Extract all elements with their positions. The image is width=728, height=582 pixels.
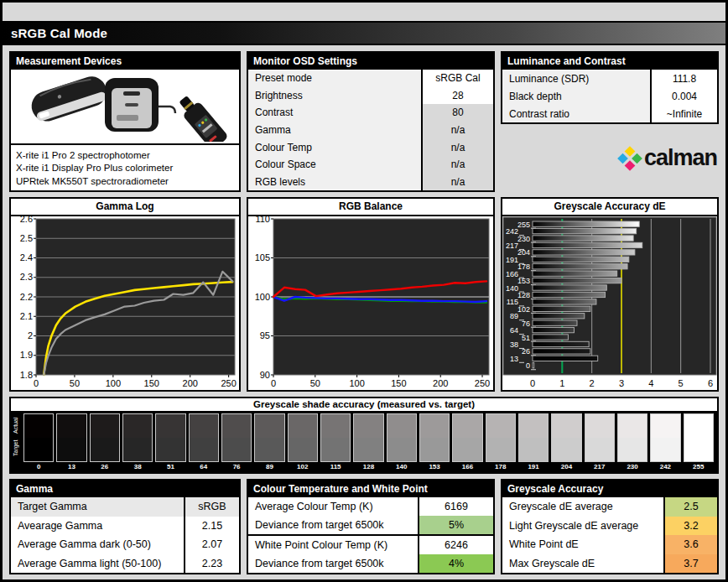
shade-swatch-242 <box>650 413 680 462</box>
svg-text:5: 5 <box>679 378 684 388</box>
shade-value: 153 <box>419 462 450 471</box>
actual-shade <box>684 414 713 438</box>
greyscale-accuracy-table: Greyscale dE average2.5 Light Greyscale … <box>502 497 717 573</box>
target-shade <box>354 438 382 461</box>
target-shade <box>684 438 713 461</box>
shade-swatch-230 <box>617 413 647 462</box>
greyscale-accuracy-summary-panel: Greyscale Accuracy Greyscale dE average2… <box>501 479 719 574</box>
shade-swatch-204 <box>551 413 581 462</box>
colour-temp-panel: Colour Temperature and White Point Avera… <box>247 479 495 574</box>
svg-text:76: 76 <box>522 320 530 328</box>
calman-logo: calman <box>501 124 719 192</box>
device-photos-illustration <box>18 71 232 142</box>
svg-text:2: 2 <box>590 378 595 388</box>
de-bar-178 <box>533 264 627 269</box>
device-list-item: X-rite i1 Display Pro Plus colorimeter <box>16 163 234 173</box>
target-shade <box>222 438 251 461</box>
shade-swatch-64 <box>189 413 219 462</box>
gamma-log-chart: 1.81.922.12.22.32.42.52.6050100150200250 <box>11 216 239 390</box>
target-shade <box>618 438 647 461</box>
svg-text:204: 204 <box>517 248 530 257</box>
osd-table: Preset modesRGB Cal Brightness28 Contras… <box>248 70 493 190</box>
svg-text:128: 128 <box>517 291 530 299</box>
top-margin <box>3 3 725 21</box>
actual-shade <box>354 414 382 438</box>
actual-shade <box>255 414 283 438</box>
actual-shade <box>190 414 218 438</box>
svg-text:13: 13 <box>510 355 518 363</box>
svg-text:166: 166 <box>506 270 518 278</box>
luminance-column: Luminance and Contrast Luminance (SDR)11… <box>501 51 719 192</box>
de-bar-102 <box>533 306 590 311</box>
svg-text:0: 0 <box>271 378 276 388</box>
de-bar-191 <box>533 257 629 262</box>
shade-value: 178 <box>486 462 516 471</box>
svg-text:2.5: 2.5 <box>20 233 33 243</box>
de-bar-26 <box>533 349 590 354</box>
svg-text:95: 95 <box>260 330 270 340</box>
actual-shade <box>123 414 152 438</box>
shade-swatch-191 <box>518 413 549 462</box>
target-shade <box>289 438 317 461</box>
strip-title: Greyscale shade accuracy (measured vs. t… <box>11 398 717 411</box>
table-row: Target GammasRGB <box>11 497 239 517</box>
de-bar-115 <box>533 299 596 304</box>
actual-shade <box>585 414 614 438</box>
table-row: Contrast ratio~Infinite <box>502 105 717 122</box>
svg-text:2.4: 2.4 <box>20 252 33 262</box>
rgb-balance-chart: 9095100105110050100150200250 <box>248 216 493 390</box>
de-bar-38 <box>533 341 589 346</box>
svg-text:3: 3 <box>619 378 624 388</box>
shade-value: 166 <box>452 462 482 471</box>
svg-text:105: 105 <box>255 252 270 262</box>
svg-text:230: 230 <box>517 235 530 243</box>
svg-text:1.8: 1.8 <box>20 370 33 380</box>
device-photos <box>11 70 239 145</box>
panel-header: Monitor OSD Settings <box>248 53 493 70</box>
greyscale-strip-panel: Greyscale shade accuracy (measured vs. t… <box>9 397 719 474</box>
de-bar-255 <box>533 221 639 226</box>
svg-text:100: 100 <box>255 292 270 302</box>
device-list-item: X-rite i1 Pro 2 spectrophotomer <box>16 150 234 160</box>
table-row: RGB levelsn/a <box>248 173 493 190</box>
table-row: Colour Spacen/a <box>248 156 493 174</box>
de-bar-51 <box>533 335 568 340</box>
shade-value: 51 <box>155 462 185 471</box>
report-page: sRGB Cal Mode Measurement Devices <box>0 0 728 582</box>
target-shade <box>651 438 679 461</box>
shade-value: 242 <box>650 462 680 471</box>
report-content: Measurement Devices <box>3 45 725 579</box>
svg-text:100: 100 <box>349 378 364 388</box>
calman-logo-icon <box>617 146 642 171</box>
table-row: Average Gamma dark (0-50)2.07 <box>11 535 239 554</box>
gamma-summary-table: Target GammasRGB Avearage Gamma2.15 Aver… <box>11 497 239 573</box>
actual-shade <box>156 414 185 438</box>
table-row: Deviance from target 6500k4% <box>248 554 493 573</box>
table-row: Average Colour Temp (K)6169 <box>248 497 493 516</box>
shade-swatch-51 <box>155 413 185 462</box>
svg-text:2.2: 2.2 <box>20 292 33 302</box>
de-bar-0 <box>533 363 534 368</box>
panel-header: Greyscale Accuracy <box>502 481 717 497</box>
panel-header: Measurement Devices <box>11 53 239 70</box>
svg-text:38: 38 <box>510 340 518 349</box>
svg-text:217: 217 <box>506 242 518 250</box>
table-row: Brightness28 <box>248 87 493 105</box>
actual-shade <box>651 414 679 438</box>
svg-text:200: 200 <box>433 378 448 388</box>
shade-swatch-0 <box>23 413 54 462</box>
strip-target-label: Target <box>13 437 18 459</box>
svg-text:0: 0 <box>526 361 530 370</box>
colour-temp-table: Average Colour Temp (K)6169 Deviance fro… <box>248 497 493 573</box>
actual-shade <box>453 414 481 438</box>
table-row: Preset modesRGB Cal <box>248 70 493 87</box>
svg-text:150: 150 <box>391 378 406 388</box>
target-shade <box>321 438 350 461</box>
actual-shade <box>321 414 350 438</box>
shade-value: 102 <box>288 462 318 471</box>
shade-value: 204 <box>551 462 581 471</box>
device-list: X-rite i1 Pro 2 spectrophotomer X-rite i… <box>11 145 239 190</box>
svg-text:191: 191 <box>506 256 518 264</box>
de-bar-153 <box>533 278 621 283</box>
svg-text:2: 2 <box>28 330 33 340</box>
